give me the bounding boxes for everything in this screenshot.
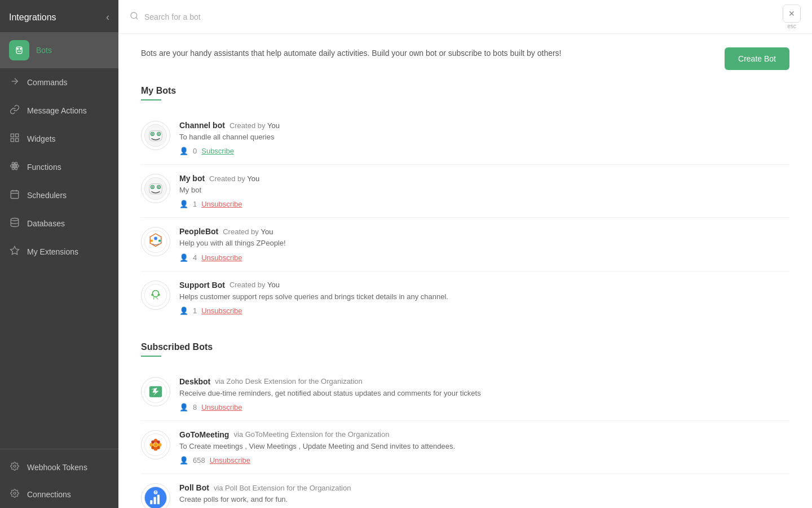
svg-point-20 (14, 465, 16, 467)
peoplebot-meta: 👤 4 Unsubscribe (179, 253, 789, 262)
sidebar-item-label-widgets: Widgets (27, 134, 56, 143)
channel-bot-avatar-img (144, 124, 167, 147)
svg-point-47 (151, 294, 153, 296)
people-icon: 👤 (179, 403, 188, 411)
gotomeeting-subscribers: 658 (193, 456, 205, 465)
channel-bot-name-row: Channel bot Created by You (179, 121, 789, 130)
widgets-icon (9, 133, 20, 145)
bots-icon-wrap (9, 40, 29, 60)
gotomeeting-avatar-img (144, 433, 167, 457)
sidebar-item-functions[interactable]: Functions (0, 153, 118, 181)
link-icon (10, 104, 20, 115)
schedulers-icon (9, 189, 20, 202)
commands-icon (9, 76, 20, 89)
sidebar-close-button[interactable]: ‹ (106, 11, 109, 23)
close-search-button[interactable]: ✕ (783, 5, 801, 23)
svg-point-43 (151, 240, 153, 242)
sidebar-item-label-my-extensions: My Extensions (27, 247, 78, 256)
main-panel: ✕ esc Bots are your handy assistants tha… (118, 0, 812, 508)
my-bots-title: My Bots (141, 86, 789, 96)
my-bot-creator: Created by You (209, 174, 259, 183)
sidebar-item-my-extensions[interactable]: My Extensions (0, 238, 118, 266)
subscribed-bots-underline (141, 356, 161, 357)
my-bot-name: My bot (179, 174, 205, 183)
svg-rect-9 (11, 139, 14, 142)
bot-item-poll-bot: ? Poll Bot via Poll Bot Extension for th… (141, 474, 789, 508)
search-input[interactable] (144, 12, 777, 21)
support-bot-name: Support Bot (179, 281, 225, 290)
bot-item-channel-bot: Channel bot Created by You To handle all… (141, 112, 789, 165)
deskbot-meta: 👤 8 Unsubscribe (179, 403, 789, 411)
sidebar-item-label-functions: Functions (27, 163, 61, 172)
peoplebot-info: PeopleBot Created by You Help you with a… (179, 227, 789, 261)
sidebar-item-commands[interactable]: Commands (0, 68, 118, 97)
peoplebot-unsubscribe-button[interactable]: Unsubscribe (201, 253, 242, 262)
svg-rect-64 (157, 495, 160, 505)
sidebar-item-label-bots: Bots (36, 46, 52, 55)
sidebar-item-label-databases: Databases (27, 219, 65, 228)
header-description: Bots are your handy assistants that help… (141, 47, 562, 59)
svg-point-58 (151, 446, 155, 449)
svg-point-37 (152, 186, 153, 187)
deskbot-source: via Zoho Desk Extension for the Organiza… (215, 377, 363, 386)
my-bot-info: My bot Created by You My bot 👤 1 Unsubsc… (179, 174, 789, 208)
support-bot-creator-name: You (267, 281, 280, 289)
sidebar-item-webhook-tokens[interactable]: Webhook Tokens (0, 454, 118, 481)
poll-bot-name-row: Poll Bot via Poll Bot Extension for the … (179, 483, 789, 492)
peoplebot-creator-name: You (261, 227, 273, 236)
svg-point-59 (157, 446, 160, 449)
svg-rect-14 (11, 191, 19, 199)
deskbot-name: Deskbot (179, 377, 210, 386)
svg-point-38 (158, 186, 160, 187)
svg-rect-63 (154, 497, 156, 505)
support-bot-info: Support Bot Created by You Helps custome… (179, 281, 789, 315)
channel-bot-creator: Created by You (230, 121, 280, 130)
sidebar-item-bots[interactable]: Bots (0, 32, 118, 68)
channel-bot-meta: 👤 0 Subscribe (179, 147, 789, 155)
svg-point-3 (17, 48, 19, 50)
support-bot-avatar-img (144, 283, 167, 307)
sidebar-header: Integrations ‹ (0, 0, 118, 32)
deskbot-avatar-img (144, 380, 167, 404)
bot-item-my-bot: My bot Created by You My bot 👤 1 Unsubsc… (141, 165, 789, 218)
sidebar-bottom: Webhook Tokens Connections (0, 449, 118, 508)
support-bot-meta: 👤 1 Unsubscribe (179, 306, 789, 315)
gotomeeting-name: GoToMeeting (179, 430, 229, 439)
svg-point-22 (131, 12, 137, 19)
slash-icon (10, 76, 20, 86)
sidebar-item-schedulers[interactable]: Schedulers (0, 181, 118, 209)
support-bot-avatar (141, 281, 170, 310)
svg-point-4 (20, 48, 21, 50)
sidebar-item-databases[interactable]: Databases (0, 209, 118, 238)
my-bot-creator-name: You (247, 174, 259, 183)
calendar-icon (10, 189, 20, 199)
search-bar: ✕ esc (118, 0, 812, 34)
support-bot-unsubscribe-button[interactable]: Unsubscribe (201, 306, 242, 315)
database-icon (10, 217, 20, 227)
gotomeeting-info: GoToMeeting via GoToMeeting Extension fo… (179, 430, 789, 465)
channel-bot-subscribe-button[interactable]: Subscribe (201, 147, 234, 155)
content-area: Bots are your handy assistants that help… (118, 34, 812, 508)
star-icon (10, 246, 20, 256)
people-icon: 👤 (179, 456, 188, 465)
peoplebot-creator: Created by You (223, 227, 273, 236)
sidebar-title: Integrations (9, 12, 56, 23)
sidebar-item-message-actions[interactable]: Message Actions (0, 97, 118, 125)
sidebar-item-connections[interactable]: Connections (0, 481, 118, 508)
atom-icon (10, 161, 20, 171)
peoplebot-subscribers: 4 (193, 253, 197, 262)
svg-rect-2 (16, 47, 22, 54)
gotomeeting-desc: To Create meetings , View Meetings , Upd… (179, 441, 789, 452)
deskbot-unsubscribe-button[interactable]: Unsubscribe (201, 403, 242, 411)
my-bot-unsubscribe-button[interactable]: Unsubscribe (201, 200, 242, 208)
channel-bot-name: Channel bot (179, 121, 225, 130)
sidebar-item-widgets[interactable]: Widgets (0, 125, 118, 153)
channel-bot-creator-name: You (267, 121, 280, 130)
gotomeeting-meta: 👤 658 Unsubscribe (179, 456, 789, 465)
poll-bot-avatar-img: ? (144, 486, 167, 508)
peoplebot-avatar (141, 227, 170, 256)
search-icon (130, 11, 139, 23)
gotomeeting-unsubscribe-button[interactable]: Unsubscribe (210, 456, 250, 465)
my-bot-desc: My bot (179, 185, 789, 195)
create-bot-button[interactable]: Create Bot (725, 47, 789, 70)
